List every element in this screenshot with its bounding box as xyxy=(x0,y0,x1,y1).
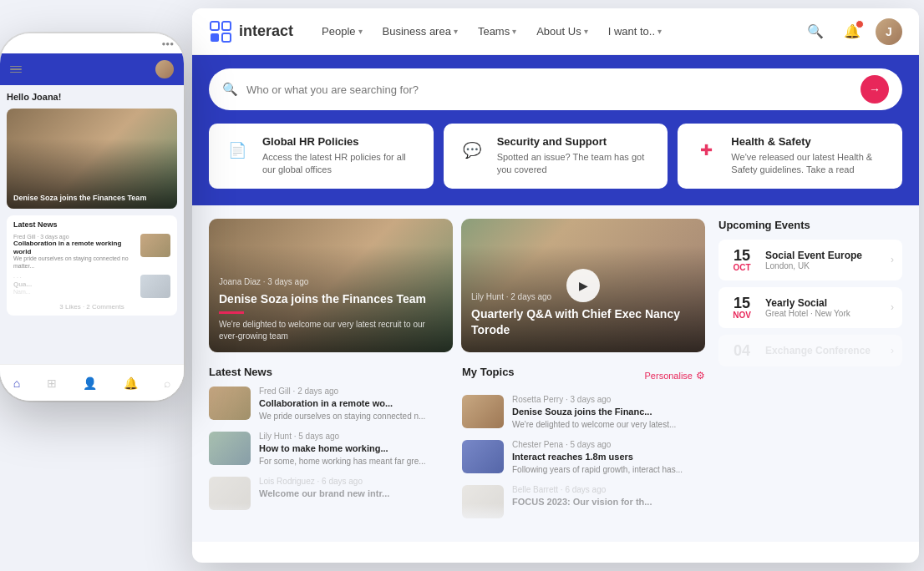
news-meta-3: Lois Rodriguez · 6 days ago xyxy=(259,477,389,486)
phone-mockup: ●●● Hello Joana! Denise Soza joins the xyxy=(0,33,234,501)
phone-news-item-2[interactable]: · · · Qua... Nam... xyxy=(13,275,170,298)
topic-thumb-img-1 xyxy=(462,395,504,428)
personalise-icon: ⚙ xyxy=(696,370,705,382)
search-bar: 🔍 → xyxy=(209,68,902,110)
sidebar-right: Upcoming Events 15 OCT Social Event Euro… xyxy=(718,219,902,529)
phone-menu-icon[interactable] xyxy=(10,66,22,73)
topic-meta-3: Belle Barrett · 6 days ago xyxy=(512,485,652,494)
latest-news-title: Latest News xyxy=(209,366,452,378)
phone-greeting: Hello Joana! xyxy=(7,92,177,102)
health-card-title: Health & Safety xyxy=(731,135,889,148)
security-card-desc: Spotted an issue? The team has got you c… xyxy=(497,151,655,177)
news-item-3[interactable]: Lois Rodriguez · 6 days ago Welcome our … xyxy=(209,477,452,510)
news-excerpt-2: For some, home working has meant far gre… xyxy=(259,456,426,467)
event-info-3: Exchange Conference xyxy=(765,345,882,356)
event-chevron-3: › xyxy=(891,345,894,356)
topic-excerpt-1: We're delighted to welcome our very late… xyxy=(512,419,676,430)
nav-i-want-to[interactable]: I want to.. ▾ xyxy=(600,20,670,43)
event-month-1: OCT xyxy=(727,263,757,272)
nav-people[interactable]: People ▾ xyxy=(313,20,370,43)
topic-item-1[interactable]: Rosetta Perry · 3 days ago Denise Souza … xyxy=(462,395,705,430)
phone-nav-home-icon[interactable]: ⌂ xyxy=(13,376,20,390)
my-topics-title: My Topics xyxy=(462,366,515,378)
nav-business-area[interactable]: Business area ▾ xyxy=(374,20,466,43)
nav-people-label: People xyxy=(322,25,355,38)
news-item-1[interactable]: Fred Gill · 2 days ago Collaboration in … xyxy=(209,387,452,422)
svg-rect-0 xyxy=(211,22,219,30)
featured-overlay-1: Joana Diaz · 3 days ago Denise Soza join… xyxy=(209,219,453,352)
event-name-3: Exchange Conference xyxy=(765,345,882,356)
event-day-3: 04 xyxy=(727,343,757,358)
event-location-1: London, UK xyxy=(765,261,882,270)
search-submit-button[interactable]: → xyxy=(861,75,889,104)
main-content: Joana Diaz · 3 days ago Denise Soza join… xyxy=(192,205,919,543)
nav-about-us[interactable]: About Us ▾ xyxy=(528,20,596,43)
hr-card-desc: Access the latest HR policies for all ou… xyxy=(262,151,420,177)
navbar-nav: People ▾ Business area ▾ Teams ▾ About U… xyxy=(313,20,789,43)
topic-text-2: Chester Pena · 5 days ago Interact reach… xyxy=(512,440,683,475)
news-text-3: Lois Rodriguez · 6 days ago Welcome our … xyxy=(259,477,389,501)
event-name-2: Yearly Social xyxy=(765,297,882,309)
featured-card-1[interactable]: Joana Diaz · 3 days ago Denise Soza join… xyxy=(209,219,453,352)
info-card-health[interactable]: ✚ Health & Safety We've released our lat… xyxy=(678,124,902,189)
phone-news-item-1[interactable]: Fred Gill · 3 days ago Collaboration in … xyxy=(13,234,170,270)
news-title-3: Welcome our brand new intr... xyxy=(259,488,389,499)
phone-nav-people-icon[interactable]: 👤 xyxy=(83,376,97,390)
event-chevron-1: › xyxy=(891,254,894,265)
search-button[interactable]: 🔍 xyxy=(802,18,829,45)
event-chevron-2: › xyxy=(891,301,894,313)
event-item-3[interactable]: 04 Exchange Conference › xyxy=(718,335,902,366)
event-item-1[interactable]: 15 OCT Social Event Europe London, UK › xyxy=(718,240,902,280)
phone-outer: ●●● Hello Joana! Denise Soza joins the xyxy=(0,33,184,401)
upcoming-events-title: Upcoming Events xyxy=(718,219,902,231)
phone-nav-activity-icon[interactable]: 🔔 xyxy=(124,376,138,390)
personalise-link[interactable]: Personalise ⚙ xyxy=(645,370,705,382)
topic-excerpt-2: Following years of rapid growth, interac… xyxy=(512,464,683,475)
security-card-text: Security and Support Spotted an issue? T… xyxy=(497,135,655,177)
search-input[interactable] xyxy=(246,83,852,96)
desktop-app: interact People ▾ Business area ▾ Teams … xyxy=(192,8,919,563)
phone-nav-grid-icon[interactable]: ⊞ xyxy=(47,376,57,390)
featured-meta-1: Joana Diaz · 3 days ago xyxy=(219,277,443,286)
nav-teams-label: Teams xyxy=(478,25,510,38)
phone-featured-card[interactable]: Denise Soza joins the Finances Team xyxy=(7,109,177,209)
notification-badge xyxy=(855,20,864,28)
phone-header xyxy=(0,53,184,85)
featured-card-2[interactable]: Lily Hunt · 2 days ago Quarterly Q&A wit… xyxy=(461,219,705,352)
event-location-2: Great Hotel · New York xyxy=(765,309,882,318)
topic-thumb-3 xyxy=(462,485,504,518)
phone-news-text-1: Fred Gill · 3 days ago Collaboration in … xyxy=(13,234,135,270)
bottom-section: Latest News Fred Gill · 2 days ago Colla… xyxy=(209,366,705,529)
topic-text-3: Belle Barrett · 6 days ago FOCUS 2023: O… xyxy=(512,485,652,509)
event-item-2[interactable]: 15 NOV Yearly Social Great Hotel · New Y… xyxy=(718,287,902,328)
news-excerpt-1: We pride ourselves on staying connected … xyxy=(259,411,425,422)
svg-rect-1 xyxy=(222,22,231,30)
notification-button[interactable]: 🔔 xyxy=(839,18,866,45)
hero-section: 🔍 → 📄 Global HR Policies Access the late… xyxy=(192,55,919,205)
video-play-button[interactable]: ▶ xyxy=(566,269,600,302)
info-card-security[interactable]: 💬 Security and Support Spotted an issue?… xyxy=(444,124,668,189)
nav-people-chevron: ▾ xyxy=(358,27,363,36)
topic-title-1: Denise Souza joins the Financ... xyxy=(512,406,676,417)
topic-thumb-img-2 xyxy=(462,440,504,473)
topic-meta-1: Rosetta Perry · 3 days ago xyxy=(512,395,676,404)
phone-news-section: Latest News Fred Gill · 3 days ago Colla… xyxy=(7,215,177,316)
topics-header: My Topics Personalise ⚙ xyxy=(462,366,705,387)
phone-nav-search-icon[interactable]: ⌕ xyxy=(164,376,170,390)
topic-item-3[interactable]: Belle Barrett · 6 days ago FOCUS 2023: O… xyxy=(462,485,705,518)
news-item-2[interactable]: Lily Hunt · 5 days ago How to make home … xyxy=(209,432,452,467)
topic-thumb-1 xyxy=(462,395,504,428)
topic-text-1: Rosetta Perry · 3 days ago Denise Souza … xyxy=(512,395,676,430)
featured-title-2: Quarterly Q&A with Chief Exec Nancy Toro… xyxy=(471,306,695,336)
featured-grid: Joana Diaz · 3 days ago Denise Soza join… xyxy=(209,219,705,352)
phone-news-headline-2: Qua... xyxy=(13,280,135,289)
event-info-2: Yearly Social Great Hotel · New York xyxy=(765,297,882,318)
health-icon: ✚ xyxy=(691,135,721,165)
topic-item-2[interactable]: Chester Pena · 5 days ago Interact reach… xyxy=(462,440,705,475)
nav-teams[interactable]: Teams ▾ xyxy=(470,20,525,43)
user-avatar-button[interactable]: J xyxy=(876,18,902,45)
phone-stats: 3 Likes · 2 Comments xyxy=(13,303,170,311)
security-icon: 💬 xyxy=(457,135,487,165)
info-card-hr[interactable]: 📄 Global HR Policies Access the latest H… xyxy=(209,124,434,189)
nav-iwantto-label: I want to.. xyxy=(608,25,655,38)
